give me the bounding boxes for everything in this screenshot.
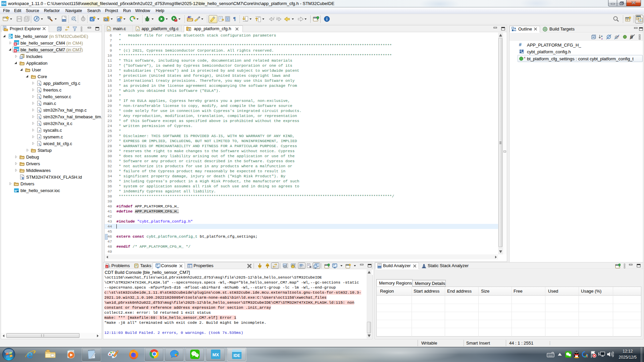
svg-text:z: z (601, 37, 603, 40)
svg-text:C: C (639, 18, 642, 22)
svg-text:C: C (91, 18, 93, 21)
svg-text:e: e (27, 348, 33, 361)
svg-text:IDE: IDE (233, 353, 240, 358)
svg-text:MX: MX (212, 352, 219, 357)
svg-text:E: E (11, 35, 13, 38)
svg-text:.c: .c (108, 28, 110, 31)
svg-text:.c: .c (38, 129, 40, 132)
svg-text:010: 010 (62, 19, 66, 21)
svg-text:c: c (524, 56, 526, 59)
svg-text:LD: LD (22, 177, 24, 179)
svg-text:.c: .c (137, 28, 139, 31)
svg-text:.c: .c (38, 135, 40, 139)
svg-text:h: h (20, 57, 22, 59)
svg-text:010: 010 (378, 266, 381, 268)
